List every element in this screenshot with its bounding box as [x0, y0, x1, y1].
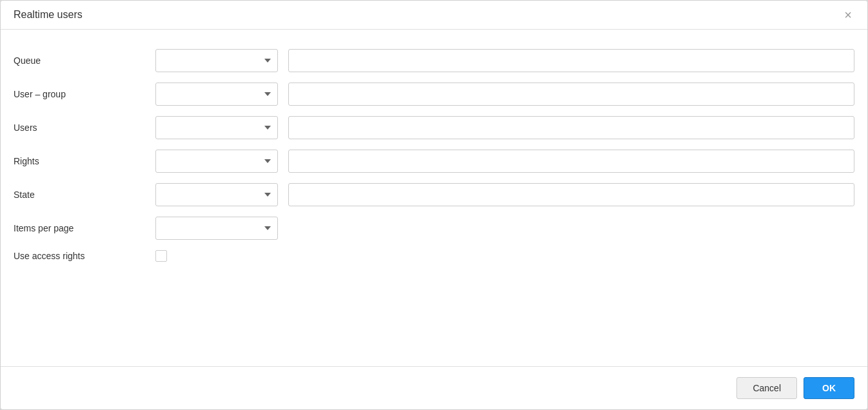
items-per-page-row: Items per page: [14, 217, 854, 240]
dialog-footer: Cancel OK: [1, 366, 867, 409]
ok-button[interactable]: OK: [804, 377, 854, 399]
queue-row: Queue: [14, 49, 854, 72]
queue-label: Queue: [14, 55, 155, 66]
items-per-page-select[interactable]: [155, 217, 278, 240]
items-per-page-label: Items per page: [14, 223, 155, 233]
cancel-button[interactable]: Cancel: [736, 377, 797, 399]
use-access-rights-row: Use access rights: [14, 250, 854, 262]
rights-select[interactable]: [155, 150, 278, 173]
user-group-row: User – group: [14, 83, 854, 106]
user-group-select[interactable]: [155, 83, 278, 106]
state-select[interactable]: [155, 183, 278, 206]
user-group-text-input[interactable]: [288, 83, 854, 106]
state-row: State: [14, 183, 854, 206]
rights-text-input[interactable]: [288, 150, 854, 173]
rights-label: Rights: [14, 156, 155, 166]
queue-text-input[interactable]: [288, 49, 854, 72]
users-text-input[interactable]: [288, 116, 854, 139]
users-select[interactable]: [155, 116, 278, 139]
user-group-label: User – group: [14, 89, 155, 99]
queue-select[interactable]: [155, 49, 278, 72]
users-label: Users: [14, 122, 155, 133]
dialog-header: Realtime users ×: [1, 1, 867, 30]
use-access-rights-label: Use access rights: [14, 251, 155, 261]
close-button[interactable]: ×: [842, 8, 854, 21]
dialog: Realtime users × Queue User – group User…: [0, 0, 868, 410]
dialog-body: Queue User – group Users Rights State: [1, 30, 867, 366]
rights-row: Rights: [14, 150, 854, 173]
use-access-rights-checkbox-wrapper: [155, 250, 167, 262]
state-label: State: [14, 190, 155, 200]
use-access-rights-checkbox[interactable]: [155, 250, 167, 262]
state-text-input[interactable]: [288, 183, 854, 206]
users-row: Users: [14, 116, 854, 139]
dialog-title: Realtime users: [14, 9, 83, 21]
